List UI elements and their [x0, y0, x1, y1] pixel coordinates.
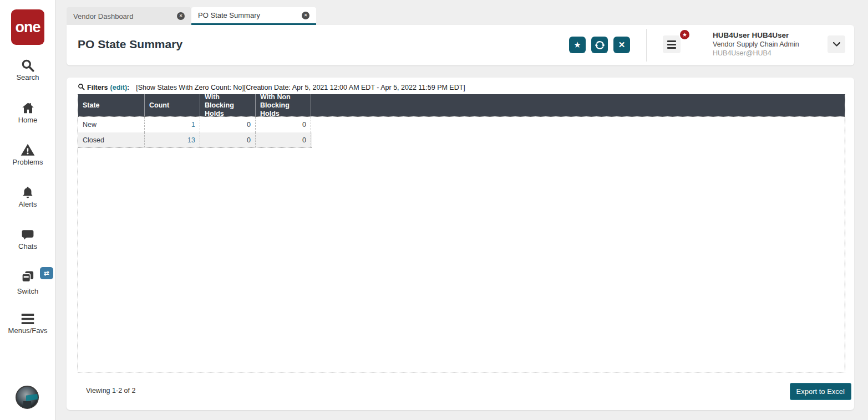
sidebar-item-home[interactable]: Home	[0, 101, 55, 124]
sidebar-item-label: Menus/Favs	[0, 326, 55, 335]
column-header-count[interactable]: Count	[145, 94, 200, 116]
sidebar-item-label: Chats	[0, 242, 55, 250]
sidebar-item-chats[interactable]: Chats	[0, 228, 55, 250]
switch-icon	[20, 269, 35, 284]
swap-arrows-icon[interactable]: ⇄	[40, 267, 53, 279]
cell-with-non-blocking-holds: 0	[256, 117, 311, 132]
sidebar-item-label: Alerts	[0, 200, 55, 208]
tab-label: PO State Summary	[198, 11, 302, 19]
filters-colon: :	[127, 84, 129, 91]
close-page-button[interactable]: ✕	[613, 37, 630, 53]
viewing-count: Viewing 1-2 of 2	[86, 387, 135, 395]
sidebar-item-alerts[interactable]: Alerts	[0, 185, 55, 208]
tab-bar: Vendor Dashboard ✕ PO State Summary ✕	[67, 7, 316, 25]
table-body: New 1 0 0 Closed 13 0 0	[78, 116, 845, 148]
page-title: PO State Summary	[78, 38, 182, 51]
user-menu-button[interactable]	[828, 35, 845, 53]
favorites-badge-star-icon[interactable]: ★	[679, 29, 691, 40]
column-header-filler	[311, 94, 845, 116]
badge-star-glyph: ★	[682, 32, 687, 38]
user-role: Vendor Supply Chain Admin	[713, 40, 813, 49]
sidebar-item-switch[interactable]: ⇄ Switch	[0, 269, 55, 295]
report-panel: Filters (edit) : [Show States With Zero …	[67, 78, 854, 410]
tab-label: Vendor Dashboard	[73, 12, 177, 21]
one-logo-text: one	[15, 19, 40, 36]
filters-summary: [Show States With Zero Count: No][Creati…	[136, 84, 465, 91]
menu-icon	[667, 40, 676, 49]
swap-glyph: ⇄	[44, 269, 49, 277]
close-icon: ✕	[618, 40, 626, 50]
table-row: Closed 13 0 0	[78, 132, 312, 148]
star-icon: ★	[573, 40, 581, 50]
user-org: HUB4User@HUB4	[713, 49, 813, 58]
sidebar-item-problems[interactable]: Problems	[0, 142, 55, 166]
chat-icon	[0, 228, 55, 242]
table-header-row: State Count With Blocking Holds With Non…	[78, 94, 845, 116]
cell-with-blocking-holds: 0	[200, 132, 256, 147]
warning-icon	[0, 142, 55, 157]
home-icon	[0, 101, 55, 115]
avatar-visor	[26, 393, 39, 401]
sidebar-item-menus-favs[interactable]: Menus/Favs	[0, 311, 55, 335]
sidebar-item-label: Search	[0, 73, 55, 81]
refresh-icon	[595, 40, 605, 50]
header-divider	[646, 29, 647, 62]
user-name: HUB4User HUB4User	[713, 30, 813, 40]
avatar-neck	[23, 401, 31, 408]
favorite-button[interactable]: ★	[569, 37, 586, 53]
tab-po-state-summary[interactable]: PO State Summary ✕	[191, 7, 316, 25]
tab-vendor-dashboard[interactable]: Vendor Dashboard ✕	[67, 7, 191, 25]
user-info: HUB4User HUB4User Vendor Supply Chain Ad…	[713, 30, 813, 58]
hamburger-icon	[0, 311, 55, 326]
search-icon	[78, 83, 87, 92]
one-logo[interactable]: one	[11, 9, 44, 45]
sidebar-item-label: Switch	[0, 287, 55, 295]
filters-bar: Filters (edit) : [Show States With Zero …	[78, 83, 465, 92]
table-row: New 1 0 0	[78, 117, 312, 132]
export-to-excel-button[interactable]: Export to Excel	[790, 383, 851, 400]
quick-menu-button[interactable]	[663, 35, 681, 53]
column-header-with-blocking-holds[interactable]: With Blocking Holds	[200, 94, 256, 116]
sidebar-item-label: Home	[0, 116, 55, 124]
cell-count-link[interactable]: 1	[145, 117, 200, 132]
column-header-state[interactable]: State	[78, 94, 145, 116]
sidebar-item-label: Problems	[0, 158, 55, 166]
filters-label: Filters	[87, 84, 108, 91]
close-circle-icon[interactable]: ✕	[302, 12, 309, 19]
cell-with-blocking-holds: 0	[200, 117, 256, 132]
close-circle-icon[interactable]: ✕	[177, 12, 185, 20]
column-header-with-non-blocking-holds[interactable]: With Non Blocking Holds	[256, 94, 311, 116]
chevron-down-icon	[833, 42, 840, 47]
filters-edit-link[interactable]: (edit)	[110, 84, 128, 91]
assistant-avatar[interactable]	[16, 386, 39, 409]
po-state-table: State Count With Blocking Holds With Non…	[78, 94, 845, 372]
cell-count-link[interactable]: 13	[145, 132, 200, 147]
app-window: one Search Home Problems Alerts	[0, 0, 868, 420]
bell-icon	[0, 185, 55, 199]
sidebar-item-search[interactable]: Search	[0, 58, 55, 81]
refresh-button[interactable]	[591, 37, 608, 53]
cell-state: Closed	[78, 132, 145, 147]
sidebar: one Search Home Problems Alerts	[0, 0, 55, 420]
page-header: PO State Summary ★ ✕ ★ HUB4User HUB4User…	[67, 25, 854, 65]
cell-state: New	[78, 117, 145, 132]
cell-with-non-blocking-holds: 0	[256, 132, 311, 147]
search-icon	[0, 58, 55, 73]
